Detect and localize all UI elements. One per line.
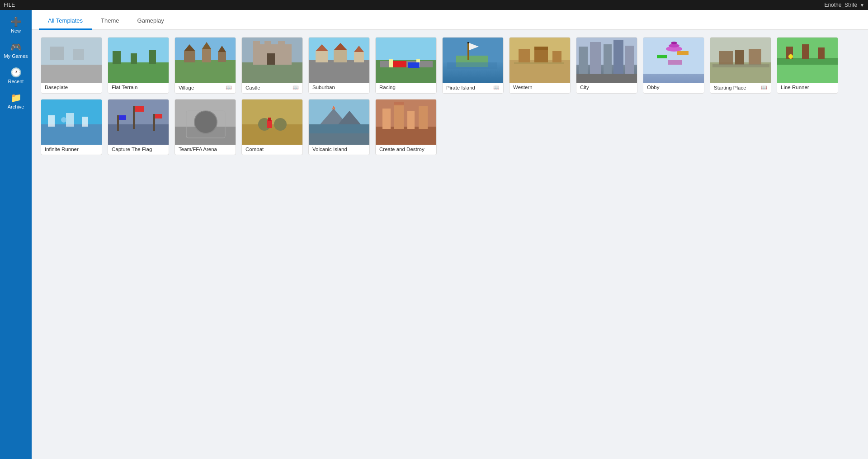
template-label-obby: Obby bbox=[643, 83, 704, 93]
template-card-castle[interactable]: Castle📖 bbox=[241, 37, 303, 94]
svg-rect-15 bbox=[218, 52, 226, 62]
template-name-infinite-runner: Infinite Runner bbox=[45, 147, 79, 152]
sidebar-item-my-games-label: My Games bbox=[4, 53, 28, 59]
template-card-racing[interactable]: Racing bbox=[375, 37, 437, 94]
file-menu[interactable]: FILE bbox=[4, 2, 15, 8]
sidebar-item-recent[interactable]: 🕐 Recent bbox=[0, 64, 32, 88]
template-thumb-village bbox=[175, 38, 236, 83]
svg-rect-51 bbox=[514, 62, 564, 64]
template-thumb-castle bbox=[242, 38, 303, 83]
template-thumb-line-runner bbox=[777, 38, 838, 83]
svg-rect-1 bbox=[41, 65, 102, 83]
svg-rect-32 bbox=[376, 38, 437, 60]
svg-rect-111 bbox=[394, 104, 404, 129]
template-card-capture-the-flag[interactable]: Capture The Flag bbox=[108, 99, 169, 155]
main-layout: ➕ New 🎮 My Games 🕐 Recent 📁 Archive All … bbox=[0, 10, 868, 459]
template-label-suburban: Suburban bbox=[309, 83, 369, 93]
template-thumb-obby bbox=[643, 38, 704, 83]
template-card-obby[interactable]: Obby bbox=[643, 37, 704, 94]
tab-all-templates[interactable]: All Templates bbox=[39, 13, 92, 30]
svg-rect-62 bbox=[657, 55, 667, 58]
template-name-obby: Obby bbox=[647, 85, 660, 90]
svg-rect-88 bbox=[117, 115, 119, 131]
tab-gameplay[interactable]: Gameplay bbox=[128, 13, 173, 30]
template-grid: BaseplateFlat TerrainVillage📖Castle📖Subu… bbox=[41, 37, 859, 155]
svg-rect-82 bbox=[82, 117, 88, 127]
book-icon-village: 📖 bbox=[226, 85, 232, 90]
svg-rect-13 bbox=[202, 49, 211, 62]
svg-point-83 bbox=[61, 117, 66, 123]
template-thumb-pirate-island bbox=[443, 38, 504, 83]
template-thumb-volcanic-island bbox=[309, 99, 370, 145]
template-label-baseplate: Baseplate bbox=[41, 83, 102, 93]
template-thumb-baseplate bbox=[41, 38, 102, 83]
svg-rect-43 bbox=[467, 42, 469, 43]
template-thumb-combat bbox=[242, 99, 303, 145]
template-name-racing: Racing bbox=[379, 85, 396, 90]
template-thumb-create-and-destroy bbox=[376, 99, 437, 145]
template-name-city: City bbox=[580, 85, 589, 90]
svg-rect-86 bbox=[133, 106, 135, 129]
top-bar-right: Enothe_Strife ▼ bbox=[824, 2, 864, 8]
svg-rect-11 bbox=[184, 51, 195, 62]
sidebar: ➕ New 🎮 My Games 🕐 Recent 📁 Archive bbox=[0, 10, 32, 459]
template-card-line-runner[interactable]: Line Runner bbox=[777, 37, 838, 94]
template-name-volcanic-island: Volcanic Island bbox=[312, 147, 347, 152]
svg-rect-80 bbox=[48, 115, 55, 127]
template-thumb-flat-terrain bbox=[108, 38, 169, 83]
username-label: Enothe_Strife bbox=[824, 2, 857, 8]
template-card-volcanic-island[interactable]: Volcanic Island bbox=[308, 99, 370, 155]
svg-rect-112 bbox=[407, 111, 415, 129]
template-thumb-city bbox=[576, 38, 637, 83]
template-label-line-runner: Line Runner bbox=[777, 83, 838, 93]
svg-rect-28 bbox=[334, 50, 347, 62]
dropdown-icon[interactable]: ▼ bbox=[860, 3, 864, 8]
sidebar-item-my-games[interactable]: 🎮 My Games bbox=[0, 39, 32, 62]
template-name-capture-the-flag: Capture The Flag bbox=[112, 147, 152, 152]
svg-rect-21 bbox=[264, 41, 271, 48]
template-card-combat[interactable]: Combat bbox=[241, 99, 303, 155]
sidebar-item-new-label: New bbox=[11, 28, 21, 33]
template-name-pirate-island: Pirate Island bbox=[446, 85, 475, 90]
template-grid-container: BaseplateFlat TerrainVillage📖Castle📖Subu… bbox=[32, 30, 868, 459]
template-card-infinite-runner[interactable]: Infinite Runner bbox=[41, 99, 102, 155]
book-icon-castle: 📖 bbox=[292, 85, 299, 90]
sidebar-item-archive[interactable]: 📁 Archive bbox=[0, 90, 32, 113]
template-name-western: Western bbox=[513, 85, 533, 90]
svg-rect-44 bbox=[447, 62, 497, 69]
template-card-western[interactable]: Western bbox=[509, 37, 571, 94]
template-label-western: Western bbox=[509, 83, 570, 93]
svg-rect-87 bbox=[135, 106, 144, 112]
template-card-city[interactable]: City bbox=[576, 37, 637, 94]
template-card-baseplate[interactable]: Baseplate bbox=[41, 37, 102, 94]
svg-point-77 bbox=[788, 54, 793, 59]
sidebar-item-new[interactable]: ➕ New bbox=[0, 14, 32, 37]
svg-rect-76 bbox=[818, 47, 825, 59]
content-area: All Templates Theme Gameplay BaseplateFl… bbox=[32, 10, 868, 459]
template-label-flat-terrain: Flat Terrain bbox=[108, 83, 169, 93]
template-card-village[interactable]: Village📖 bbox=[175, 37, 236, 94]
template-card-suburban[interactable]: Suburban bbox=[308, 37, 370, 94]
template-name-baseplate: Baseplate bbox=[45, 85, 68, 90]
svg-rect-91 bbox=[155, 114, 162, 118]
svg-rect-7 bbox=[131, 53, 137, 64]
template-card-flat-terrain[interactable]: Flat Terrain bbox=[108, 37, 169, 94]
template-thumb-suburban bbox=[309, 38, 370, 83]
template-name-line-runner: Line Runner bbox=[781, 85, 809, 90]
sidebar-item-archive-label: Archive bbox=[8, 104, 24, 109]
svg-point-64 bbox=[669, 44, 679, 47]
template-card-starting-place[interactable]: Starting Place📖 bbox=[710, 37, 771, 94]
svg-rect-110 bbox=[382, 109, 391, 129]
svg-rect-20 bbox=[253, 41, 260, 48]
template-card-pirate-island[interactable]: Pirate Island📖 bbox=[442, 37, 504, 94]
tab-theme[interactable]: Theme bbox=[92, 13, 128, 30]
template-card-create-and-destroy[interactable]: Create and Destroy bbox=[375, 99, 437, 155]
svg-rect-10 bbox=[175, 60, 236, 83]
template-card-team-ffa-arena[interactable]: Team/FFA Arena bbox=[175, 99, 236, 155]
svg-rect-97 bbox=[242, 99, 303, 124]
svg-rect-102 bbox=[268, 118, 271, 121]
template-label-volcanic-island: Volcanic Island bbox=[309, 145, 369, 155]
archive-icon: 📁 bbox=[10, 93, 22, 102]
svg-rect-5 bbox=[108, 62, 169, 83]
svg-rect-49 bbox=[534, 47, 548, 50]
